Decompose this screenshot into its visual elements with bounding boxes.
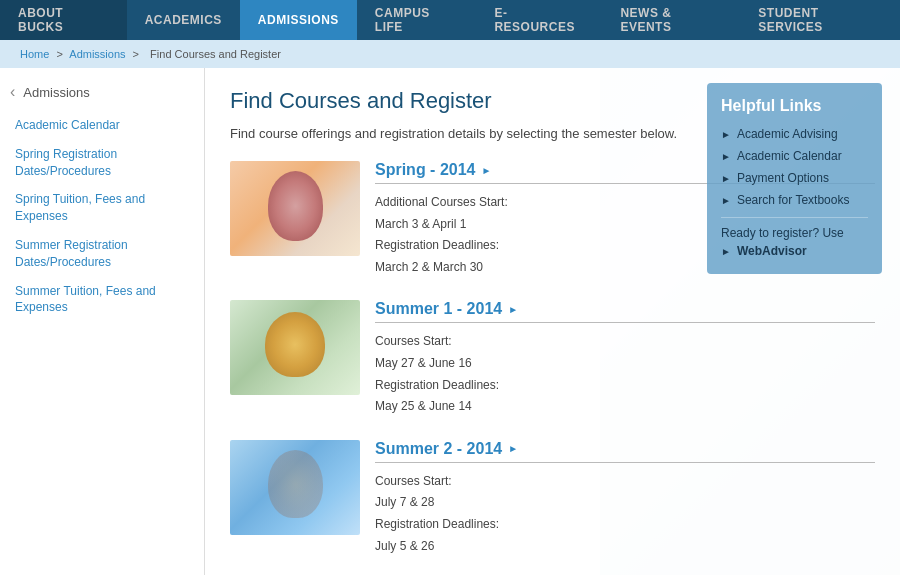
sidebar: ‹ Admissions Academic Calendar Spring Re…	[0, 68, 205, 575]
nav-eresources[interactable]: E-Resources	[476, 0, 602, 40]
payment-arrow-icon: ►	[721, 173, 731, 184]
helpful-ready-text: Ready to register? Use	[721, 226, 868, 240]
semester-detail-summer2: Courses Start: July 7 & 28 Registration …	[375, 471, 875, 557]
breadcrumb-sep2: >	[133, 48, 139, 60]
summer2-photo	[230, 440, 360, 535]
main-wrapper: ‹ Admissions Academic Calendar Spring Re…	[0, 68, 900, 575]
top-navigation: About Bucks Academics Admissions Campus …	[0, 0, 900, 40]
nav-admissions[interactable]: Admissions	[240, 0, 357, 40]
semester-image-summer1	[230, 300, 360, 395]
breadcrumb-home[interactable]: Home	[20, 48, 49, 60]
summer1-arrow-icon: ►	[508, 304, 518, 315]
sidebar-item-spring-registration[interactable]: Spring Registration Dates/Procedures	[0, 140, 204, 186]
breadcrumb-current: Find Courses and Register	[150, 48, 281, 60]
semester-title-summer2[interactable]: Summer 2 - 2014 ►	[375, 440, 875, 463]
semester-image-summer2	[230, 440, 360, 535]
breadcrumb-sep1: >	[56, 48, 62, 60]
sidebar-header: ‹ Admissions	[0, 78, 204, 111]
semester-title-summer1[interactable]: Summer 1 - 2014 ►	[375, 300, 875, 323]
breadcrumb-admissions[interactable]: Admissions	[69, 48, 125, 60]
textbooks-arrow-icon: ►	[721, 195, 731, 206]
nav-student-services[interactable]: Student Services	[740, 0, 900, 40]
helpful-links-widget: Helpful Links ► Academic Advising ► Acad…	[707, 83, 882, 274]
helpful-link-academic-calendar[interactable]: ► Academic Calendar	[721, 149, 868, 163]
nav-about-bucks[interactable]: About Bucks	[0, 0, 127, 40]
sidebar-item-academic-calendar[interactable]: Academic Calendar	[0, 111, 204, 140]
sidebar-item-spring-tuition[interactable]: Spring Tuition, Fees and Expenses	[0, 185, 204, 231]
semester-card-summer2: Summer 2 - 2014 ► Courses Start: July 7 …	[230, 440, 875, 557]
webadvisor-arrow-icon: ►	[721, 246, 731, 257]
helpful-divider	[721, 217, 868, 218]
semester-detail-summer1: Courses Start: May 27 & June 16 Registra…	[375, 331, 875, 417]
spring-arrow-icon: ►	[481, 165, 491, 176]
helpful-link-academic-advising[interactable]: ► Academic Advising	[721, 127, 868, 141]
summer1-photo	[230, 300, 360, 395]
sidebar-title: Admissions	[23, 85, 89, 100]
nav-campus-life[interactable]: Campus Life	[357, 0, 477, 40]
sidebar-item-summer-registration[interactable]: Summer Registration Dates/Procedures	[0, 231, 204, 277]
sidebar-item-summer-tuition[interactable]: Summer Tuition, Fees and Expenses	[0, 277, 204, 323]
advising-arrow-icon: ►	[721, 129, 731, 140]
semester-card-summer1: Summer 1 - 2014 ► Courses Start: May 27 …	[230, 300, 875, 417]
helpful-links-title: Helpful Links	[721, 97, 868, 115]
nav-news-events[interactable]: News & Events	[602, 0, 740, 40]
spring-photo	[230, 161, 360, 256]
semester-image-spring	[230, 161, 360, 256]
semester-info-summer2: Summer 2 - 2014 ► Courses Start: July 7 …	[375, 440, 875, 557]
helpful-link-webadvisor[interactable]: ► WebAdvisor	[721, 244, 868, 258]
calendar-arrow-icon: ►	[721, 151, 731, 162]
summer2-arrow-icon: ►	[508, 443, 518, 454]
nav-academics[interactable]: Academics	[127, 0, 240, 40]
helpful-link-payment-options[interactable]: ► Payment Options	[721, 171, 868, 185]
semester-info-summer1: Summer 1 - 2014 ► Courses Start: May 27 …	[375, 300, 875, 417]
helpful-link-search-textbooks[interactable]: ► Search for Textbooks	[721, 193, 868, 207]
sidebar-back-button[interactable]: ‹	[10, 83, 15, 101]
breadcrumb: Home > Admissions > Find Courses and Reg…	[0, 40, 900, 68]
